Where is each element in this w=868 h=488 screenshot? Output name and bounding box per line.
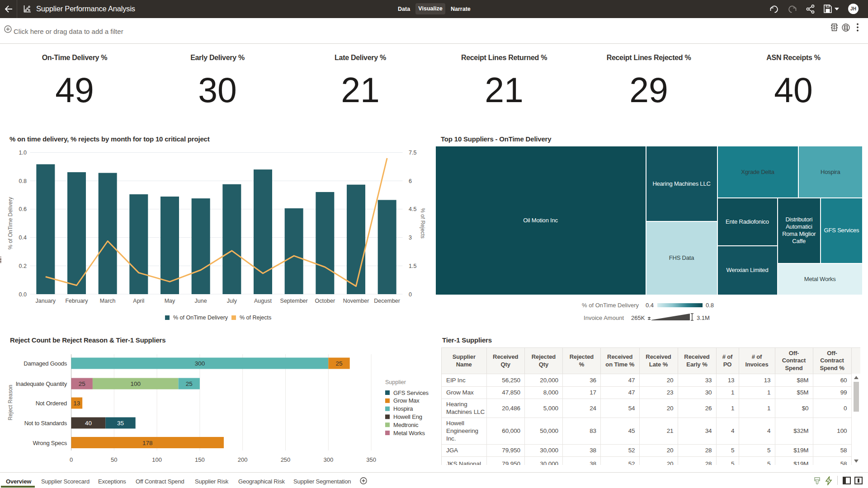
svg-text:Inadequate Quantity: Inadequate Quantity [16,380,67,387]
svg-text:% of Rejects: % of Rejects [420,208,426,238]
svg-text:GFS Services: GFS Services [393,389,429,396]
svg-text:Medtronic: Medtronic [393,422,419,428]
svg-text:October: October [315,298,335,304]
svg-text:0: 0 [409,291,412,298]
svg-text:178: 178 [142,440,153,446]
svg-text:% of Rejects: % of Rejects [240,314,271,321]
svg-text:Hospira: Hospira [393,405,413,412]
svg-text:Not to Standards: Not to Standards [24,420,67,427]
svg-text:Not Ordered: Not Ordered [36,400,67,407]
svg-text:13: 13 [73,400,80,407]
svg-text:Damaged Goods: Damaged Goods [24,360,67,367]
svg-text:300: 300 [195,360,205,367]
svg-text:7.5: 7.5 [409,150,416,156]
svg-text:Wrong Specs: Wrong Specs [33,440,67,446]
svg-text:% of OnTime Delivery: % of OnTime Delivery [7,197,14,249]
svg-text:May: May [165,298,175,304]
svg-text:3: 3 [409,235,412,241]
svg-text:150: 150 [195,456,205,463]
svg-text:100: 100 [130,380,141,387]
svg-text:1.5: 1.5 [409,263,416,269]
svg-text:0: 0 [70,456,73,463]
svg-text:Howell Eng: Howell Eng [393,413,422,420]
svg-text:January: January [36,298,56,304]
svg-text:September: September [280,298,308,304]
svg-text:August: August [254,298,272,304]
svg-text:35: 35 [117,420,124,427]
svg-text:Supplier: Supplier [385,379,406,385]
svg-text:0.4: 0.4 [19,235,27,241]
svg-text:40: 40 [85,420,92,427]
svg-text:300: 300 [323,456,333,463]
svg-text:6: 6 [409,178,412,184]
svg-text:March: March [100,298,116,304]
svg-text:100: 100 [152,456,162,463]
svg-text:Grow Max: Grow Max [393,397,420,404]
svg-text:February: February [65,298,88,304]
svg-text:0.8: 0.8 [19,178,27,184]
svg-text:200: 200 [238,456,248,463]
svg-text:0.6: 0.6 [19,206,27,212]
svg-text:December: December [374,298,400,304]
svg-text:Reject Reason: Reject Reason [7,385,14,421]
svg-text:25: 25 [79,380,85,387]
svg-text:4.5: 4.5 [409,206,416,212]
svg-text:1.0: 1.0 [19,150,27,156]
svg-text:350: 350 [366,456,376,463]
svg-text:November: November [343,298,369,304]
svg-text:0.2: 0.2 [19,263,27,269]
svg-text:April: April [133,298,144,304]
svg-text:Metal Works: Metal Works [393,430,425,436]
svg-text:June: June [195,298,207,304]
svg-text:50: 50 [111,456,117,463]
svg-text:% of OnTime Delivery: % of OnTime Delivery [173,314,228,321]
svg-text:25: 25 [186,380,193,387]
svg-text:25: 25 [335,360,342,367]
svg-text:0.0: 0.0 [19,291,27,298]
svg-text:250: 250 [281,456,291,463]
svg-text:July: July [227,298,237,304]
